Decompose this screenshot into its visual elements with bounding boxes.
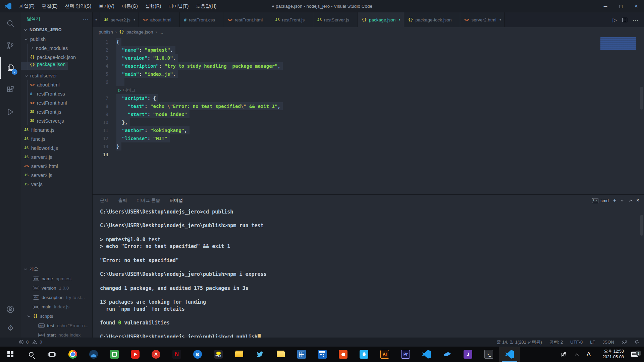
codelens-debug[interactable]: ▷디버그: [93, 86, 644, 94]
code-line-2[interactable]: 2 "name": "npmtest",: [93, 46, 644, 54]
panel-tab-문제[interactable]: 문제: [100, 195, 109, 206]
tab-package-lock.json[interactable]: {}package-lock.json●: [404, 12, 460, 27]
menu-도움말(H)[interactable]: 도움말(H): [192, 0, 220, 12]
language-mode-status[interactable]: JSON: [602, 340, 614, 345]
terminal-output[interactable]: C:\Users\USER\Desktop\nodejs_jero>cd pub…: [93, 206, 644, 338]
tab-restFront.css[interactable]: #restFront.css●: [180, 12, 223, 27]
tab-restFront.js[interactable]: JSrestFront.js●: [271, 12, 313, 27]
settings-button[interactable]: ⚙: [0, 319, 21, 338]
terminal-shell-picker[interactable]: C:\ cmd: [592, 198, 609, 203]
maximize-button[interactable]: □: [613, 0, 629, 12]
code-line-3[interactable]: 3 "version": "1.0.0",: [93, 54, 644, 62]
file-explorer[interactable]: [229, 347, 250, 362]
code-line-11[interactable]: 11 "author": "kokingkang",: [93, 126, 644, 134]
outline-item-name[interactable]: abcnamenpmtest: [21, 274, 92, 283]
people-button[interactable]: [556, 351, 571, 358]
purple-j-app[interactable]: J: [458, 347, 478, 362]
indentation-status[interactable]: 공백: 2: [549, 339, 563, 345]
tab-server2.js[interactable]: JSserver2.js●: [100, 12, 139, 27]
tree-item-helloworld.js[interactable]: JShelloworld.js: [21, 143, 92, 153]
vscode[interactable]: [416, 347, 437, 362]
chrome[interactable]: [62, 347, 83, 362]
tree-item-package.json[interactable]: {}package.json: [21, 62, 68, 70]
action-center-button[interactable]: 1: [625, 352, 644, 357]
tree-item-restfulserver[interactable]: restfulserver: [21, 71, 92, 80]
panel-tab-터미널[interactable]: 터미널: [170, 195, 183, 206]
editor-more-actions[interactable]: ···: [633, 17, 639, 23]
explorer-more-actions[interactable]: ···: [83, 16, 89, 22]
tab-server2.html[interactable]: <>server2.html●: [460, 12, 505, 27]
whale-browser[interactable]: [83, 347, 104, 362]
run-file-button[interactable]: ▷: [613, 17, 617, 23]
green-app[interactable]: [104, 347, 125, 362]
taskbar-clock[interactable]: 오후 12:53 2021-05-08: [594, 349, 625, 360]
twitter[interactable]: [250, 347, 270, 362]
problems-status[interactable]: 0 0: [19, 340, 42, 345]
tab-restFront.html[interactable]: <>restFront.html●: [223, 12, 271, 27]
tree-item-func.js[interactable]: JSfunc.js: [21, 134, 92, 143]
menu-편집(E)[interactable]: 편집(E): [38, 0, 61, 12]
close-panel-icon[interactable]: ×: [636, 197, 639, 203]
editor-scrollbar[interactable]: [640, 87, 643, 110]
code-line-5[interactable]: 5 "main": "index.js",: [93, 70, 644, 78]
eol-status[interactable]: LF: [590, 340, 595, 345]
tree-item-server2.js[interactable]: JSserver2.js: [21, 171, 92, 180]
activity-source-control[interactable]: [0, 35, 21, 57]
menu-파일(F)[interactable]: 파일(F): [15, 0, 38, 12]
red-office-app[interactable]: [333, 347, 354, 362]
breadcrumb-file[interactable]: package.json: [126, 29, 153, 35]
encoding-status[interactable]: UTF-8: [570, 340, 583, 345]
notifications-bell-button[interactable]: [634, 340, 639, 345]
tree-item-about.html[interactable]: <>about.html: [21, 80, 92, 89]
tree-item-restServer.js[interactable]: JSrestServer.js: [21, 116, 92, 125]
tree-item-package-lock.json[interactable]: {}package-lock.json: [21, 53, 92, 62]
task-view[interactable]: [42, 347, 62, 362]
blue-feather-app[interactable]: [437, 347, 458, 362]
maximize-panel-icon[interactable]: [629, 199, 632, 203]
terminal-scrollbar[interactable]: [640, 215, 643, 236]
code-line-1[interactable]: 1{: [93, 38, 644, 46]
panel-tab-출력[interactable]: 출력: [118, 195, 127, 206]
tree-item-server2.html[interactable]: <>server2.html: [21, 162, 92, 171]
code-line-9[interactable]: 9 "start": "node index": [93, 110, 644, 118]
new-terminal-button[interactable]: +: [613, 197, 616, 204]
ime-indicator[interactable]: A: [583, 351, 594, 358]
code-editor[interactable]: 1{2 "name": "npmtest",3 "version": "1.0.…: [93, 37, 644, 194]
light-blue-app[interactable]: [354, 347, 374, 362]
account-button[interactable]: [0, 300, 21, 319]
menu-터미널(T)[interactable]: 터미널(T): [165, 0, 192, 12]
close-button[interactable]: ×: [629, 0, 644, 12]
outline-header[interactable]: 개요: [21, 264, 92, 274]
vscode-running[interactable]: [499, 347, 520, 362]
menu-실행(R)[interactable]: 실행(R): [142, 0, 165, 12]
code-line-6[interactable]: 6: [93, 78, 644, 86]
menu-보기(V)[interactable]: 보기(V): [95, 0, 118, 12]
minimap[interactable]: [600, 37, 636, 50]
code-line-12[interactable]: 12 "license": "MIT": [93, 134, 644, 142]
breadcrumb[interactable]: publish › {} package.json › ...: [93, 27, 644, 37]
minimize-button[interactable]: ─: [598, 0, 613, 12]
tree-item-restFront.css[interactable]: #restFront.css: [21, 89, 92, 98]
activity-search[interactable]: [0, 12, 21, 35]
command-prompt[interactable]: >_: [478, 347, 499, 362]
tree-item-publish[interactable]: publish: [21, 35, 92, 44]
panel-tab-디버그 콘솔[interactable]: 디버그 콘솔: [137, 195, 160, 206]
tree-item-var.js[interactable]: JSvar.js: [21, 180, 92, 189]
taskbar-search[interactable]: [21, 347, 42, 362]
activity-run-debug[interactable]: [0, 101, 21, 123]
outline-item-scripts[interactable]: {}scripts: [21, 311, 92, 321]
workspace-root[interactable]: NODEJS_JERO: [21, 25, 92, 35]
code-line-8[interactable]: 8 "test": "echo \"Error: no test specifi…: [93, 102, 644, 110]
outline-item-test[interactable]: abctestecho "Error: n...: [21, 321, 92, 330]
menu-선택 영역(S)[interactable]: 선택 영역(S): [61, 0, 95, 12]
code-line-4[interactable]: 4 "description": "try to study handling …: [93, 62, 644, 70]
breadcrumb-symbol[interactable]: ...: [159, 29, 163, 35]
blue-b-app[interactable]: B: [187, 347, 208, 362]
show-hidden-icons-button[interactable]: [571, 352, 583, 357]
kakaotalk[interactable]: TALK: [208, 347, 229, 362]
red-a-app[interactable]: A: [146, 347, 166, 362]
netflix[interactable]: N: [166, 347, 187, 362]
activity-extensions[interactable]: [0, 79, 21, 101]
scrolled-tab-dirty-indicator[interactable]: ●: [93, 12, 100, 27]
code-line-13[interactable]: 13}: [93, 142, 644, 150]
